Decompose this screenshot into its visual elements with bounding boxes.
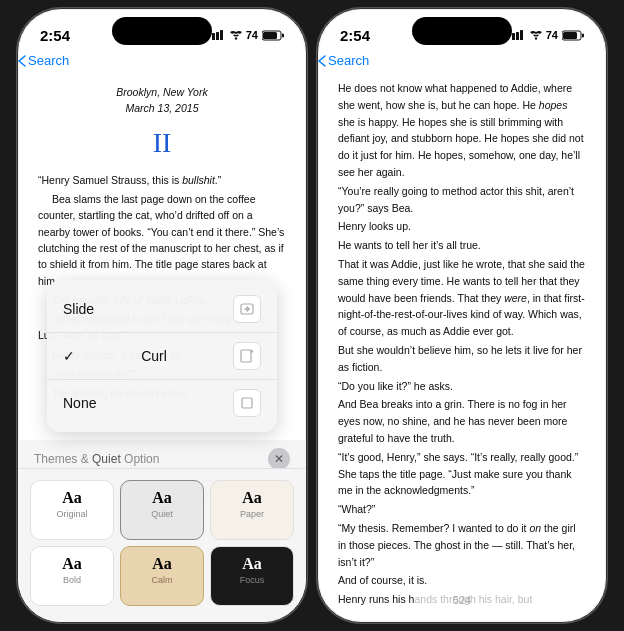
theme-focus-aa: Aa xyxy=(242,555,262,573)
theme-bold-label: Bold xyxy=(63,575,81,585)
theme-bold-aa: Aa xyxy=(62,555,82,573)
right-para-8: And Bea breaks into a grin. There is no … xyxy=(338,396,586,446)
chapter-number: II xyxy=(38,121,286,164)
right-para-10: “What?” xyxy=(338,501,586,518)
right-para-5: That it was Addie, just like he wrote, t… xyxy=(338,256,586,340)
slide-option[interactable]: Slide xyxy=(47,286,277,332)
theme-paper[interactable]: Aa Paper xyxy=(210,480,294,540)
right-back-label: Search xyxy=(328,53,369,68)
svg-rect-27 xyxy=(582,33,584,37)
right-status-icons: 74 xyxy=(512,29,584,41)
right-para-1: He does not know what happened to Addie,… xyxy=(338,80,586,181)
curl-checkmark: ✓ xyxy=(63,348,75,364)
right-para-3: Henry looks up. xyxy=(338,218,586,235)
left-back-button[interactable]: Search xyxy=(18,53,306,68)
close-button[interactable]: ✕ xyxy=(268,448,290,470)
right-dynamic-island xyxy=(412,17,512,45)
svg-rect-23 xyxy=(520,30,523,40)
theme-cards-grid: Aa Original Aa Quiet Aa Paper Aa Bold Aa… xyxy=(18,472,306,622)
svg-rect-6 xyxy=(282,33,284,37)
right-para-2: “You’re really going to method actor thi… xyxy=(338,183,586,217)
none-option[interactable]: None xyxy=(47,380,277,426)
transition-panel: Slide ✓ Curl None xyxy=(47,280,277,432)
right-para-11: “My thesis. Remember? I wanted to do it … xyxy=(338,520,586,570)
slide-label: Slide xyxy=(63,301,94,317)
svg-rect-1 xyxy=(216,32,219,40)
theme-calm-label: Calm xyxy=(151,575,172,585)
left-status-icons: 74 xyxy=(212,29,284,41)
phones-container: 2:54 74 Search Brooklyn, New YorkMarch 1… xyxy=(17,8,607,623)
right-nav-bar: Search xyxy=(318,53,606,68)
svg-rect-8 xyxy=(241,350,251,362)
theme-paper-label: Paper xyxy=(240,509,264,519)
right-time: 2:54 xyxy=(340,27,370,44)
right-para-12: And of course, it is. xyxy=(338,572,586,589)
svg-rect-2 xyxy=(220,30,223,40)
right-book-content: He does not know what happened to Addie,… xyxy=(318,68,606,608)
svg-rect-22 xyxy=(516,32,519,40)
theme-quiet[interactable]: Aa Quiet xyxy=(120,480,204,540)
theme-calm-aa: Aa xyxy=(152,555,172,573)
none-icon xyxy=(233,389,261,417)
svg-point-24 xyxy=(535,37,537,39)
right-back-button[interactable]: Search xyxy=(318,53,606,68)
theme-focus-label: Focus xyxy=(240,575,265,585)
slide-icon xyxy=(233,295,261,323)
svg-rect-21 xyxy=(512,33,515,40)
right-para-4: He wants to tell her it’s all true. xyxy=(338,237,586,254)
none-label: None xyxy=(63,395,96,411)
right-phone: 2:54 74 Search He does not know what hap… xyxy=(317,8,607,623)
themes-label: Themes & Quiet Option xyxy=(34,452,159,466)
left-nav-bar: Search xyxy=(18,53,306,68)
theme-quiet-aa: Aa xyxy=(152,489,172,507)
svg-point-3 xyxy=(235,37,237,39)
right-para-6: But she wouldn’t believe him, so he lets… xyxy=(338,342,586,376)
svg-rect-26 xyxy=(563,32,577,39)
curl-icon xyxy=(233,342,261,370)
left-time: 2:54 xyxy=(40,27,70,44)
svg-rect-5 xyxy=(263,32,277,39)
book-location: Brooklyn, New YorkMarch 13, 2015 xyxy=(38,84,286,117)
left-para-1: “Henry Samuel Strauss, this is bullshit.… xyxy=(38,172,286,188)
theme-original-label: Original xyxy=(56,509,87,519)
left-back-label: Search xyxy=(28,53,69,68)
theme-original-aa: Aa xyxy=(62,489,82,507)
page-number: 524 xyxy=(453,594,471,606)
right-para-9: “It’s good, Henry,” she says. “It’s real… xyxy=(338,449,586,499)
theme-quiet-label: Quiet xyxy=(151,509,173,519)
dynamic-island xyxy=(112,17,212,45)
svg-rect-0 xyxy=(212,33,215,40)
curl-option[interactable]: ✓ Curl xyxy=(47,333,277,379)
theme-original[interactable]: Aa Original xyxy=(30,480,114,540)
left-para-2: Bea slams the last page down on the coff… xyxy=(38,191,286,289)
theme-calm[interactable]: Aa Calm xyxy=(120,546,204,606)
left-phone: 2:54 74 Search Brooklyn, New YorkMarch 1… xyxy=(17,8,307,623)
theme-bold[interactable]: Aa Bold xyxy=(30,546,114,606)
theme-focus[interactable]: Aa Focus xyxy=(210,546,294,606)
right-para-7: “Do you like it?” he asks. xyxy=(338,378,586,395)
curl-label: Curl xyxy=(141,348,167,364)
svg-rect-9 xyxy=(242,398,252,408)
theme-paper-aa: Aa xyxy=(242,489,262,507)
